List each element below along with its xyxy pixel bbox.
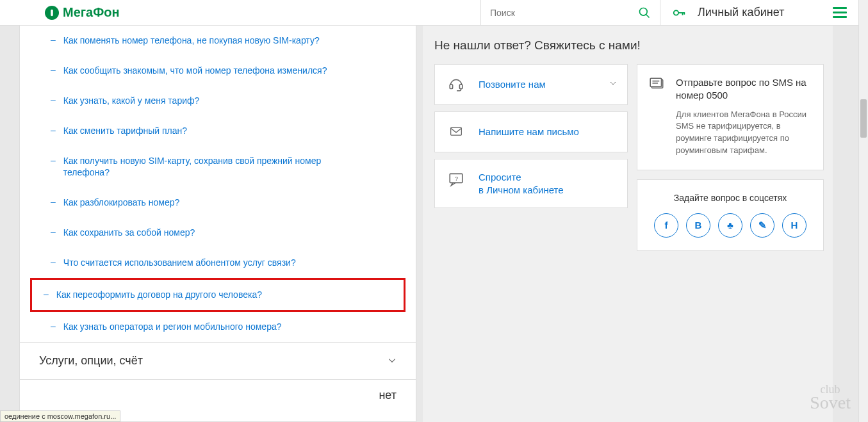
contact-write-text: Напишите нам письмо bbox=[479, 126, 579, 138]
accordion-partial[interactable]: нет bbox=[20, 379, 416, 402]
dash-icon: – bbox=[51, 227, 56, 237]
search-icon[interactable] bbox=[638, 6, 651, 19]
contact-write-card[interactable]: Напишите нам письмо bbox=[434, 111, 628, 152]
social-button-1[interactable]: В bbox=[686, 213, 710, 238]
faq-link[interactable]: Что считается использованием абонентом у… bbox=[63, 257, 296, 269]
contact-ask-card[interactable]: ? Спроситев Личном кабинете bbox=[434, 159, 628, 208]
accordion-services[interactable]: Услуги, опции, счёт bbox=[20, 342, 416, 379]
faq-link[interactable]: Как сменить тарифный план? bbox=[63, 125, 187, 137]
faq-item[interactable]: –Что считается использованием абонентом … bbox=[39, 248, 397, 278]
logo-text: МегаФон bbox=[63, 5, 120, 20]
contact-call-card[interactable]: Позвоните нам bbox=[434, 64, 628, 105]
social-card: Задайте вопрос в соцсетях fВ♣✎Н bbox=[637, 179, 824, 251]
social-title: Задайте вопрос в соцсетях bbox=[648, 193, 813, 203]
svg-rect-8 bbox=[459, 85, 462, 89]
faq-link[interactable]: Как переоформить договор на другого чело… bbox=[56, 289, 262, 301]
social-button-2[interactable]: ♣ bbox=[718, 213, 742, 238]
dash-icon: – bbox=[51, 257, 56, 267]
sms-card: Отправьте вопрос по SMS на номер 0500 Дл… bbox=[637, 64, 824, 170]
sms-icon bbox=[649, 76, 666, 93]
svg-rect-7 bbox=[450, 85, 452, 89]
social-button-3[interactable]: ✎ bbox=[750, 213, 774, 238]
chevron-down-icon bbox=[609, 79, 617, 86]
scrollbar[interactable] bbox=[858, 0, 868, 422]
cabinet-block: Личный кабинет bbox=[660, 0, 858, 26]
svg-text:?: ? bbox=[455, 175, 459, 182]
search-block bbox=[480, 0, 660, 26]
faq-link[interactable]: Как разблокировать номер? bbox=[63, 197, 180, 209]
cabinet-link[interactable]: Личный кабинет bbox=[698, 6, 821, 19]
contact-ask-text: Спроситев Личном кабинете bbox=[479, 171, 564, 196]
svg-rect-9 bbox=[451, 127, 462, 135]
faq-item[interactable]: –Как переоформить договор на другого чел… bbox=[30, 278, 405, 312]
dash-icon: – bbox=[51, 155, 56, 165]
svg-line-2 bbox=[646, 14, 650, 17]
faq-item[interactable]: –Как сменить тарифный план? bbox=[39, 116, 397, 146]
faq-link[interactable]: Как узнать, какой у меня тариф? bbox=[63, 95, 200, 107]
dash-icon: – bbox=[51, 65, 56, 75]
svg-rect-13 bbox=[650, 78, 661, 86]
faq-list: –Как поменять номер телефона, не покупая… bbox=[20, 26, 416, 342]
hamburger-menu-icon[interactable] bbox=[833, 7, 847, 18]
envelope-icon bbox=[448, 124, 464, 140]
faq-item[interactable]: –Как сохранить за собой номер? bbox=[39, 218, 397, 248]
dash-icon: – bbox=[51, 197, 56, 207]
dash-icon: – bbox=[44, 289, 49, 299]
faq-item[interactable]: –Как разблокировать номер? bbox=[39, 188, 397, 218]
social-button-0[interactable]: f bbox=[654, 213, 678, 238]
scroll-thumb[interactable] bbox=[860, 99, 867, 138]
search-input[interactable] bbox=[490, 8, 638, 18]
faq-item[interactable]: –Как получить новую SIM-карту, сохранив … bbox=[39, 146, 397, 188]
headset-icon bbox=[448, 76, 464, 93]
social-row: fВ♣✎Н bbox=[648, 213, 813, 238]
logo-icon bbox=[45, 6, 59, 20]
sms-title: Отправьте вопрос по SMS на номер 0500 bbox=[676, 76, 812, 102]
faq-item[interactable]: –Как сообщить знакомым, что мой номер те… bbox=[39, 56, 397, 86]
right-column: Не нашли ответ? Свяжитесь с нами! Позвон… bbox=[423, 26, 833, 422]
status-bar: оединение с moscow.megafon.ru... bbox=[0, 410, 120, 422]
faq-link[interactable]: Как получить новую SIM-карту, сохранив с… bbox=[63, 155, 345, 179]
social-button-4[interactable]: Н bbox=[782, 213, 807, 238]
faq-link[interactable]: Как сохранить за собой номер? bbox=[63, 227, 195, 239]
faq-item[interactable]: –Как поменять номер телефона, не покупая… bbox=[39, 26, 397, 56]
sms-desc: Для клиентов МегаФона в России SMS не та… bbox=[676, 109, 812, 157]
contact-title: Не нашли ответ? Свяжитесь с нами! bbox=[434, 38, 824, 53]
logo[interactable]: МегаФон bbox=[45, 5, 120, 20]
chat-question-icon: ? bbox=[448, 171, 464, 188]
accordion-title: Услуги, опции, счёт bbox=[39, 354, 143, 368]
faq-link[interactable]: Как узнать оператора и регион мобильного… bbox=[63, 321, 282, 333]
svg-point-1 bbox=[640, 8, 648, 15]
key-icon bbox=[672, 6, 686, 20]
faq-link[interactable]: Как поменять номер телефона, не покупая … bbox=[63, 35, 320, 47]
faq-link[interactable]: Как сообщить знакомым, что мой номер тел… bbox=[63, 65, 327, 77]
dash-icon: – bbox=[51, 321, 56, 331]
faq-item[interactable]: –Как узнать, какой у меня тариф? bbox=[39, 86, 397, 116]
contact-call-text: Позвоните нам bbox=[479, 78, 546, 91]
faq-item[interactable]: –Как узнать оператора и регион мобильног… bbox=[39, 312, 397, 342]
header-bar: МегаФон Личный кабинет bbox=[0, 0, 858, 26]
dash-icon: – bbox=[51, 95, 56, 105]
dash-icon: – bbox=[51, 35, 56, 45]
dash-icon: – bbox=[51, 125, 56, 135]
svg-point-3 bbox=[674, 10, 678, 15]
chevron-down-icon bbox=[388, 356, 397, 365]
main-column: –Как поменять номер телефона, не покупая… bbox=[19, 26, 416, 422]
